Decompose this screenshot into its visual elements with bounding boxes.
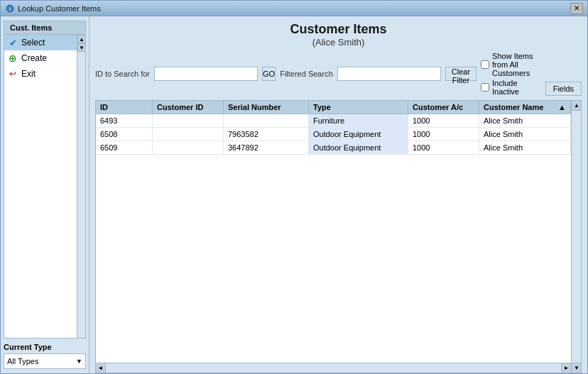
show-all-row: Show Items from All Customers: [481, 52, 538, 77]
sidebar-item-select-label: Select: [21, 38, 45, 48]
table-row[interactable]: 65093647892Outdoor Equipment1000Alice Sm…: [96, 141, 571, 155]
table-cell: 1000: [408, 141, 479, 154]
table-cell: Outdoor Equipment: [309, 141, 408, 154]
type-dropdown[interactable]: All Types ▼: [4, 353, 86, 369]
table-cell: Furniture: [309, 114, 408, 127]
table-cell: 1000: [408, 128, 479, 141]
customer-name-label: Customer Name: [484, 103, 543, 111]
table-cell: 1000: [408, 114, 479, 127]
main-header: Customer Items (Alice Smith): [89, 16, 587, 49]
go-button[interactable]: GO: [262, 67, 276, 81]
sidebar-item-create[interactable]: ⊕ Create: [4, 50, 85, 66]
table-cell: [224, 114, 309, 127]
clear-filter-button[interactable]: Clear Filter: [445, 67, 477, 81]
h-scroll-track: [106, 363, 561, 373]
svg-text:i: i: [9, 6, 11, 11]
window-icon: i: [5, 4, 15, 13]
main-window: i Lookup Customer Items ✕ Cust. Items ✔ …: [0, 0, 588, 374]
table-cell: [153, 128, 224, 141]
table-cell: 7963582: [224, 128, 309, 141]
sidebar-item-create-label: Create: [21, 53, 47, 63]
sidebar-item-select[interactable]: ✔ Select: [4, 35, 85, 50]
chevron-down-icon: ▼: [76, 358, 82, 365]
id-search-label: ID to Search for: [95, 70, 150, 78]
current-type-label: Current Type: [4, 343, 86, 351]
search-bar: ID to Search for GO Filtered Search Clea…: [89, 49, 587, 99]
scroll-down-arrow[interactable]: ▼: [77, 43, 86, 52]
table-row[interactable]: 65087963582Outdoor Equipment1000Alice Sm…: [96, 128, 571, 141]
window-title: Lookup Customer Items: [18, 4, 570, 13]
table-area: ID Customer ID Serial Number Type Custom…: [96, 101, 581, 373]
exit-icon: ↩: [7, 68, 18, 79]
table-row[interactable]: 6493Furniture1000Alice Smith: [96, 114, 571, 128]
type-dropdown-value: All Types: [7, 357, 38, 365]
close-button[interactable]: ✕: [570, 3, 583, 14]
include-inactive-checkbox[interactable]: [481, 83, 489, 92]
sort-icon[interactable]: ▲: [558, 103, 566, 111]
col-header-type: Type: [309, 101, 408, 114]
table-cell: Alice Smith: [479, 114, 571, 127]
scroll-right-arrow[interactable]: ►: [561, 363, 571, 373]
scroll-up-arrow[interactable]: ▲: [77, 35, 86, 43]
col-header-id: ID: [96, 101, 153, 114]
horizontal-scrollbar: ◄ ►: [96, 363, 571, 373]
sidebar-item-exit-label: Exit: [21, 69, 36, 79]
table-cell: Alice Smith: [479, 141, 571, 154]
sidebar-tab: Cust. Items: [4, 21, 86, 34]
sidebar: Cust. Items ✔ Select ⊕ Create ↩ Exit ▲: [1, 16, 89, 373]
add-icon: ⊕: [7, 53, 18, 64]
table-cell: 6508: [96, 128, 153, 141]
table-cell: [153, 114, 224, 127]
v-scroll-track: [572, 111, 581, 363]
table-cell: 6493: [96, 114, 153, 127]
scroll-up-arrow[interactable]: ▲: [572, 101, 581, 111]
table-body: 6493Furniture1000Alice Smith65087963582O…: [96, 114, 571, 363]
sidebar-item-exit[interactable]: ↩ Exit: [4, 66, 85, 82]
scroll-left-arrow[interactable]: ◄: [96, 363, 106, 373]
col-header-customer-ac: Customer A/c: [408, 101, 479, 114]
table-container: ID Customer ID Serial Number Type Custom…: [95, 100, 582, 373]
table-header: ID Customer ID Serial Number Type Custom…: [96, 101, 571, 114]
col-header-customer-id: Customer ID: [153, 101, 224, 114]
table-cell: Alice Smith: [479, 128, 571, 141]
current-type-section: Current Type All Types ▼: [1, 339, 89, 373]
table-cell: 6509: [96, 141, 153, 154]
vertical-scrollbar: ▲ ▼: [571, 101, 581, 373]
page-title: Customer Items: [89, 22, 587, 37]
filter-input[interactable]: [337, 67, 441, 81]
fields-button[interactable]: Fields: [545, 82, 582, 96]
check-icon: ✔: [7, 37, 18, 48]
table-cell: [153, 141, 224, 154]
title-bar: i Lookup Customer Items ✕: [1, 1, 587, 16]
show-all-checkbox[interactable]: [481, 60, 489, 69]
col-header-customer-name: Customer Name ▲: [479, 101, 571, 114]
table-cell: 3647892: [224, 141, 309, 154]
show-all-label: Show Items from All Customers: [492, 52, 538, 77]
scroll-down-arrow[interactable]: ▼: [572, 363, 581, 373]
include-inactive-row: Include Inactive: [481, 79, 538, 96]
filter-label: Filtered Search: [280, 70, 333, 78]
col-header-serial-number: Serial Number: [224, 101, 309, 114]
sidebar-scrollbar: ▲ ▼: [77, 35, 85, 338]
main-panel: Customer Items (Alice Smith) ID to Searc…: [89, 16, 587, 373]
page-subtitle: (Alice Smith): [89, 37, 587, 48]
checkbox-group: Show Items from All Customers Include In…: [481, 52, 538, 96]
table-cell: Outdoor Equipment: [309, 128, 408, 141]
id-search-input[interactable]: [154, 67, 258, 81]
sidebar-list: ✔ Select ⊕ Create ↩ Exit ▲ ▼: [4, 34, 86, 339]
include-inactive-label: Include Inactive: [492, 79, 538, 96]
